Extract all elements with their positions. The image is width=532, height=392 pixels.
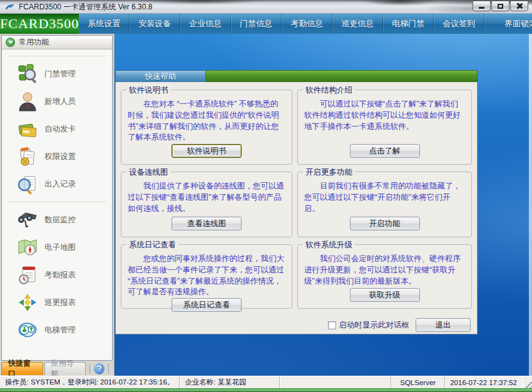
sidebar: 常用功能 门禁管理 <box>0 34 115 376</box>
panel-software-manual: 软件说明书 在您对本 “一卡通系统软件” 不够熟悉的时候，我们建议您通过我们提供… <box>121 90 292 165</box>
dialog-footer: 启动时显示此对话框 退出 <box>121 316 472 334</box>
title-bar: FCARD3500 一卡通管理系统 Ver 6.30.8 <box>0 0 532 14</box>
app-logo: FCARD3500 <box>0 14 79 34</box>
menu-install-device[interactable]: 安装设备 <box>130 14 180 34</box>
menu-meeting-signin[interactable]: 会议签到 <box>434 14 484 34</box>
sidebar-item-label: 自动发卡 <box>44 124 76 135</box>
sidebar-header: 常用功能 <box>2 36 112 49</box>
sidebar-item-label: 巡更报表 <box>44 297 76 308</box>
sidebar-item-e-map[interactable]: 电子地图 <box>2 234 112 261</box>
menu-gap <box>484 14 496 34</box>
sidebar-item-label: 出入记录 <box>44 179 76 190</box>
panel-text: 目前我们有很多不常用的功能被隐藏了，您可以通过以下按键“开启功能”来将它们开启。 <box>304 181 465 214</box>
software-manual-button[interactable]: 软件说明书 <box>171 144 242 158</box>
status-operator: 操作员: SYSTEM，登录时间: 2016-07-22 17:35:16。 <box>0 376 180 388</box>
divider <box>108 364 109 374</box>
click-to-learn-button[interactable]: 点击了解 <box>350 144 420 158</box>
panel-title: 系统日记查看 <box>126 240 178 250</box>
tab-app-navigation[interactable]: 应用导航 <box>44 362 86 375</box>
show-on-startup-checkbox[interactable] <box>328 321 336 329</box>
menu-attendance-info[interactable]: 考勤信息 <box>282 14 332 34</box>
window-title: FCARD3500 一卡通管理系统 Ver 6.30.8 <box>19 2 152 13</box>
exit-button[interactable]: 退出 <box>416 318 471 332</box>
menu-enterprise-info[interactable]: 企业信息 <box>180 14 231 34</box>
panel-text: 我们公司会定时的对系统软件、硬件程序进行升级更新，您可以通过以下按键“获取升级”… <box>304 254 465 287</box>
status-company: 企业名称: 某某花园 <box>180 376 280 388</box>
panel-software-upgrade: 软件系统升级 我们公司会定时的对系统软件、硬件程序进行升级更新，您可以通过以下按… <box>297 244 472 309</box>
panel-title: 软件结构介绍 <box>303 85 355 96</box>
status-spacer <box>280 376 391 388</box>
show-on-startup-label: 启动时显示此对话框 <box>339 320 410 331</box>
permission-icon <box>17 146 38 167</box>
sidebar-item-attendance-report[interactable]: 考勤报表 <box>2 261 112 289</box>
maximize-icon <box>498 4 503 9</box>
get-upgrade-button[interactable]: 获取升级 <box>350 288 420 302</box>
panel-title: 软件说明书 <box>126 85 171 96</box>
system-log-button[interactable]: 系统日记查看 <box>171 298 242 312</box>
sidebar-header-label: 常用功能 <box>19 37 49 48</box>
panel-text: 可以通过以下按键“点击了解”来了解我们软件结构通过软件结构可以让您知道如何更好地… <box>304 99 465 132</box>
auto-card-icon <box>17 118 38 140</box>
menu-patrol-info[interactable]: 巡更信息 <box>332 14 383 34</box>
sidebar-item-label: 电子地图 <box>44 242 76 253</box>
sidebar-item-label: 新增人员 <box>44 96 76 107</box>
status-datetime: 2016-07-22 17:37:52 <box>445 376 522 388</box>
sidebar-item-label: 电梯管理 <box>44 325 76 336</box>
view-wiring-button[interactable]: 查看连线图 <box>171 217 242 230</box>
sidebar-item-label: 考勤报表 <box>44 270 76 281</box>
panel-text: 我们提供了多种设备的连线图，您可以通过以下按键“查看连线图”来了解各型号的产品如… <box>128 181 285 214</box>
menu-system-settings[interactable]: 系统设置 <box>79 14 130 34</box>
sidebar-item-elevator[interactable]: 电梯管理 <box>2 316 112 344</box>
help-icon[interactable]: ? <box>94 363 105 374</box>
app-window: FCARD3500 一卡通管理系统 Ver 6.30.8 FCARD3500 系… <box>0 0 532 392</box>
close-button[interactable] <box>510 1 528 11</box>
maximize-button[interactable] <box>491 1 509 11</box>
panel-text: 在您对本 “一卡通系统软件” 不够熟悉的时候，我们建议您通过我们提供的“软件说明… <box>128 99 285 143</box>
workspace-background: 快速帮助 软件说明书 在您对本 “一卡通系统软件” 不够熟悉的时候，我们建议您通… <box>115 34 532 376</box>
collapse-icon[interactable] <box>6 38 15 47</box>
tab-quick-window[interactable]: 快捷窗口 <box>1 362 43 375</box>
sidebar-item-records[interactable]: 出入记录 <box>2 170 112 198</box>
menu-elevator-access[interactable]: 电梯门禁 <box>383 14 434 34</box>
sidebar-item-auto-card[interactable]: 自动发卡 <box>2 115 112 143</box>
panel-title: 设备连线图 <box>126 167 171 178</box>
minimize-icon <box>479 7 484 9</box>
sidebar-item-add-person[interactable]: 新增人员 <box>2 88 112 115</box>
sidebar-item-label: 数据监控 <box>44 215 76 225</box>
enable-functions-button[interactable]: 开启功能 <box>350 217 420 230</box>
add-person-icon <box>17 91 38 112</box>
quick-help-dialog: 快速帮助 软件说明书 在您对本 “一卡通系统软件” 不够熟悉的时候，我们建议您通… <box>115 70 478 334</box>
sidebar-tabs: 快捷窗口 应用导航 ? <box>1 361 113 376</box>
minimize-button[interactable] <box>473 1 491 11</box>
door-access-icon <box>17 63 38 85</box>
panel-more-functions: 开启更多功能 目前我们有很多不常用的功能被隐藏了，您可以通过以下按键“开启功能”… <box>297 172 472 237</box>
close-icon <box>516 3 523 9</box>
quick-help-tabstrip: 快速帮助 <box>115 70 478 82</box>
panel-system-log: 系统日记查看 您或您的同事对系统操作的过程，我们大都已经当做一个事件记录了下来，… <box>121 244 292 309</box>
menu-access-info[interactable]: 门禁信息 <box>231 14 282 34</box>
sidebar-item-door-access[interactable]: 门禁管理 <box>2 60 112 88</box>
menu-lock-ui[interactable]: 界面锁定 <box>496 14 532 34</box>
tab-quick-help[interactable]: 快速帮助 <box>115 70 206 82</box>
panel-title: 软件系统升级 <box>303 240 355 250</box>
tabstrip-filler <box>206 70 478 82</box>
divider <box>8 56 106 56</box>
panel-software-structure: 软件结构介绍 可以通过以下按键“点击了解”来了解我们软件结构通过软件结构可以让您… <box>297 90 472 165</box>
panel-wiring-diagram: 设备连线图 我们提供了多种设备的连线图，您可以通过以下按键“查看连线图”来了解各… <box>121 172 292 237</box>
elevator-icon <box>17 319 38 341</box>
sidebar-item-label: 门禁管理 <box>44 69 76 80</box>
resize-grip[interactable] <box>523 379 532 388</box>
app-bird-icon <box>5 3 15 12</box>
show-on-startup-option[interactable]: 启动时显示此对话框 <box>328 320 410 331</box>
status-database: SQLServer <box>391 376 445 388</box>
attendance-report-icon <box>17 264 38 286</box>
data-monitor-icon <box>17 209 38 230</box>
patrol-report-icon <box>17 292 38 313</box>
sidebar-item-data-monitor[interactable]: 数据监控 <box>2 206 112 234</box>
menu-bar: FCARD3500 系统设置 安装设备 企业信息 门禁信息 考勤信息 巡更信息 … <box>0 14 532 34</box>
sidebar-item-patrol-report[interactable]: 巡更报表 <box>2 289 112 316</box>
panel-title: 开启更多功能 <box>303 167 355 178</box>
sidebar-item-permission[interactable]: 权限设置 <box>2 143 112 170</box>
e-map-icon <box>17 237 38 258</box>
divider <box>8 202 106 202</box>
